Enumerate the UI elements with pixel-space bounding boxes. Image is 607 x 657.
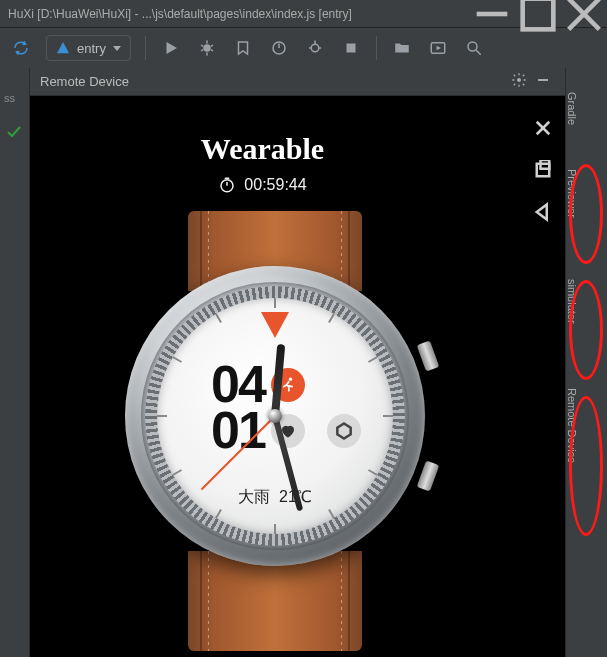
svg-point-23 bbox=[468, 42, 477, 51]
device-controls bbox=[531, 116, 555, 224]
stop-button[interactable] bbox=[340, 37, 362, 59]
watch-weather: 大雨 21℃ bbox=[157, 487, 393, 508]
titlebar: HuXi [D:\HuaWei\HuXi] - ...\js\default\p… bbox=[0, 0, 607, 28]
close-button[interactable] bbox=[561, 0, 607, 28]
svg-marker-6 bbox=[166, 42, 177, 54]
tick-mark bbox=[368, 356, 378, 363]
svg-marker-22 bbox=[436, 46, 441, 51]
run-config-label: entry bbox=[77, 41, 106, 56]
profile-button[interactable] bbox=[268, 37, 290, 59]
marker-12-icon bbox=[261, 312, 289, 338]
tick-mark bbox=[383, 415, 393, 417]
watch-minute-number: 01 bbox=[211, 408, 265, 454]
tick-mark bbox=[172, 356, 182, 363]
sidebar-tab-simulator[interactable]: simulator bbox=[566, 258, 578, 344]
open-project-button[interactable] bbox=[391, 37, 413, 59]
tick-mark bbox=[274, 524, 276, 534]
debug-button[interactable] bbox=[196, 37, 218, 59]
center-pin bbox=[268, 409, 282, 423]
coverage-button[interactable] bbox=[232, 37, 254, 59]
tick-mark bbox=[172, 469, 182, 476]
svg-line-11 bbox=[211, 45, 213, 47]
svg-line-12 bbox=[201, 50, 203, 52]
svg-marker-4 bbox=[57, 42, 69, 53]
left-gutter: ss bbox=[0, 68, 30, 657]
watch-big-numbers: 04 01 bbox=[211, 362, 361, 454]
tick-mark bbox=[215, 313, 222, 323]
preview-pane: Wearable 00:59:44 bbox=[30, 96, 565, 657]
tick-mark bbox=[328, 313, 335, 323]
run-button[interactable] bbox=[160, 37, 182, 59]
device-back-button[interactable] bbox=[531, 200, 555, 224]
svg-point-35 bbox=[289, 377, 292, 380]
sidebar-tab-gradle[interactable]: Gradle bbox=[566, 74, 578, 144]
attach-debug-button[interactable] bbox=[304, 37, 326, 59]
tick-mark bbox=[215, 509, 222, 519]
device-home-button[interactable] bbox=[531, 158, 555, 182]
wearable-timer-value: 00:59:44 bbox=[244, 176, 306, 194]
tick-mark bbox=[368, 469, 378, 476]
watch-dial[interactable]: 04 01 bbox=[157, 298, 393, 534]
settings-icon[interactable] bbox=[507, 72, 531, 91]
svg-rect-20 bbox=[346, 44, 355, 53]
right-sidebar: Gradle Previewer simulator Remote Device bbox=[565, 68, 607, 657]
svg-line-10 bbox=[201, 45, 203, 47]
check-icon bbox=[6, 124, 22, 144]
weather-text: 大雨 bbox=[238, 488, 270, 505]
panel-header: Remote Device bbox=[30, 68, 565, 96]
stopwatch-icon bbox=[218, 176, 236, 194]
minimize-button[interactable] bbox=[469, 0, 515, 28]
search-button[interactable] bbox=[463, 37, 485, 59]
watch-device: 04 01 bbox=[110, 211, 440, 651]
svg-point-7 bbox=[203, 44, 211, 52]
minimize-panel-button[interactable] bbox=[531, 72, 555, 91]
previewer-button[interactable] bbox=[427, 37, 449, 59]
watch-crown-top[interactable] bbox=[417, 340, 440, 371]
tick-mark bbox=[274, 298, 276, 308]
hexagon-icon bbox=[327, 414, 361, 448]
tick-mark bbox=[328, 509, 335, 519]
svg-point-25 bbox=[517, 78, 521, 82]
panel-title: Remote Device bbox=[40, 74, 507, 89]
sidebar-tab-remote-device[interactable]: Remote Device bbox=[566, 366, 578, 486]
device-close-button[interactable] bbox=[531, 116, 555, 140]
watch-crown-bottom[interactable] bbox=[417, 460, 440, 491]
window-title: HuXi [D:\HuaWei\HuXi] - ...\js\default\p… bbox=[8, 7, 469, 21]
svg-marker-36 bbox=[337, 423, 350, 438]
left-gutter-label: ss bbox=[4, 92, 15, 104]
wearable-title: Wearable bbox=[30, 132, 495, 166]
svg-marker-5 bbox=[113, 46, 121, 51]
maximize-button[interactable] bbox=[515, 0, 561, 28]
sync-icon[interactable] bbox=[10, 37, 32, 59]
run-config-select[interactable]: entry bbox=[46, 35, 131, 61]
svg-rect-1 bbox=[523, 0, 554, 29]
svg-point-16 bbox=[311, 44, 319, 52]
chevron-down-icon bbox=[112, 43, 122, 53]
svg-line-24 bbox=[476, 50, 481, 55]
wearable-timer: 00:59:44 bbox=[30, 176, 495, 194]
watch-strap-bottom bbox=[188, 551, 362, 651]
watch-case: 04 01 bbox=[125, 266, 425, 566]
tick-mark bbox=[157, 415, 167, 417]
sidebar-tab-previewer[interactable]: Previewer bbox=[566, 150, 578, 236]
svg-line-13 bbox=[211, 50, 213, 52]
svg-marker-34 bbox=[537, 205, 547, 220]
